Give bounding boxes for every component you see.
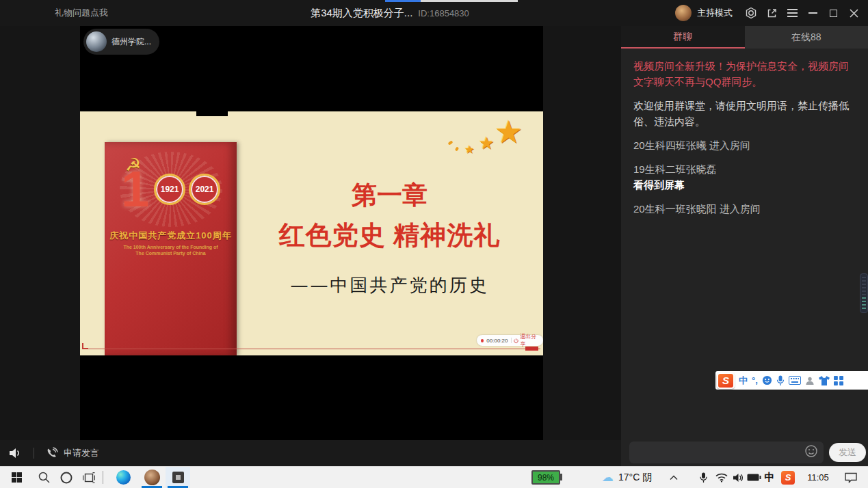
emoji-picker-icon[interactable] — [804, 444, 818, 461]
weather-temp: 17°C 阴 — [618, 472, 652, 484]
gold-confetti — [455, 146, 459, 151]
ime-skin-icon[interactable] — [819, 376, 830, 385]
chat-message-input[interactable] — [629, 442, 824, 463]
qq-avatar-icon — [144, 470, 160, 485]
request-speak-label: 申请发言 — [64, 447, 99, 459]
stage-area: 排麦 ☭ 1 1921 2021 庆祝中国共产党成立100周年 The 100t… — [0, 26, 621, 440]
divider — [34, 448, 34, 459]
share-region-corner-handle[interactable] — [82, 343, 88, 349]
slide-subtitle: ——中国共产党的历史 — [241, 273, 538, 297]
chat-input-row: 发送 — [621, 439, 868, 466]
menu-hamburger-icon[interactable] — [782, 0, 802, 26]
tray-microphone-icon[interactable] — [695, 467, 711, 488]
tray-ime-indicator[interactable]: 中 — [761, 467, 778, 488]
centenary-100-logo: ☭ 1 1921 2021 — [105, 160, 237, 219]
hammer-sickle-icon: ☭ — [125, 154, 141, 176]
room-id: ID:16854830 — [418, 8, 469, 18]
year-ring-2021: 2021 — [189, 174, 220, 205]
settings-gear-icon[interactable] — [741, 0, 761, 26]
cloud-icon: ☁ — [602, 470, 614, 485]
power-icon — [514, 338, 518, 344]
gold-confetti — [447, 140, 453, 145]
chat-user-name: 19生科二班张晓磊 — [633, 161, 856, 177]
slide-text-block: 第一章 红色党史 精神洗礼 ——中国共产党的历史 — [241, 178, 538, 297]
control-bar: 申请发言 — [0, 440, 621, 466]
titlebar-right-controls: 主持模式 — [675, 0, 864, 26]
taskbar-app-qq[interactable] — [140, 467, 164, 488]
sogou-logo-icon[interactable]: S — [717, 372, 735, 389]
battery-widget-badge[interactable]: 98% — [531, 470, 560, 485]
chat-tabs: 群聊 在线88 — [621, 26, 868, 49]
room-title: 第34期入党积极分子... — [311, 7, 412, 18]
presenter-name: 德州学院... — [111, 36, 151, 48]
scrollbar-stripes-gray — [862, 277, 866, 296]
host-avatar[interactable] — [675, 5, 692, 21]
slide-book-cover: ☭ 1 1921 2021 庆祝中国共产党成立100周年 The 100th A… — [105, 142, 237, 355]
minimize-button[interactable] — [802, 0, 823, 26]
title-bar: 礼物问题点我 第34期入党积极分子...ID:16854830 主持模式 — [0, 0, 868, 26]
ime-account-icon[interactable] — [805, 376, 815, 385]
recording-dot — [481, 339, 484, 342]
windows-logo-icon — [12, 472, 22, 483]
maximize-button[interactable] — [823, 0, 843, 26]
presentation-slide: ☭ 1 1921 2021 庆祝中国共产党成立100周年 The 100th A… — [80, 111, 543, 355]
tab-online-members[interactable]: 在线88 — [745, 26, 868, 49]
scrollbar-stripes-teal — [862, 297, 866, 310]
ime-keyboard-icon[interactable] — [789, 376, 801, 385]
slide-title: 红色党史 精神洗礼 — [241, 218, 538, 253]
chat-scrollbar-widget[interactable] — [860, 273, 868, 313]
battery-widget-tip — [560, 474, 562, 480]
taskbar-app-classroom[interactable] — [166, 467, 190, 488]
tray-chevron-icon[interactable] — [665, 467, 683, 488]
classroom-window-icon — [172, 472, 184, 483]
speaker-volume-button[interactable] — [8, 447, 23, 459]
ime-punctuation-icon[interactable]: °, — [752, 375, 758, 385]
chat-message-list: 视频房间全新升级！为保护信息安全，视频房间文字聊天不再与QQ群同步。 欢迎使用群… — [621, 49, 868, 217]
task-view-icon[interactable] — [78, 467, 100, 488]
share-region-handle[interactable] — [525, 347, 538, 351]
edge-browser-icon[interactable] — [109, 467, 137, 488]
shared-screen-video: 排麦 ☭ 1 1921 2021 庆祝中国共产党成立100周年 The 100t… — [80, 26, 543, 440]
chat-panel: 群聊 在线88 视频房间全新升级！为保护信息安全，视频房间文字聊天不再与QQ群同… — [621, 26, 868, 466]
room-title-wrap: 第34期入党积极分子...ID:16854830 — [0, 0, 780, 27]
badge-divider — [511, 338, 512, 343]
ime-voice-icon[interactable] — [776, 375, 785, 386]
presenter-badge[interactable]: 德州学院... — [83, 29, 159, 55]
taskbar-clock[interactable]: 11:05 — [799, 467, 837, 488]
gold-star-small: ★ — [464, 143, 474, 156]
ime-emoji-icon[interactable] — [762, 375, 772, 385]
screen-share-badge: 00:00:20 退出分享 — [477, 335, 543, 346]
ime-toolbox-icon[interactable] — [834, 376, 843, 385]
chat-event-message: 20生科四班张曦 进入房间 — [633, 137, 856, 153]
tab-group-chat[interactable]: 群聊 — [621, 26, 745, 49]
book-caption-en1: The 100th Anniversary of the Founding of — [105, 244, 237, 250]
chat-event-message: 20生科一班张晓阳 进入房间 — [633, 201, 856, 217]
taskbar-weather[interactable]: ☁ 17°C 阴 — [602, 467, 652, 488]
gold-star-medium: ★ — [479, 133, 494, 153]
book-caption-cn: 庆祝中国共产党成立100周年 — [105, 230, 237, 242]
action-center-icon[interactable] — [839, 467, 863, 488]
slide-top-notch — [196, 111, 228, 116]
popout-window-icon[interactable] — [761, 0, 782, 26]
taskbar-divider — [103, 471, 103, 484]
windows-taskbar: 98% ☁ 17°C 阴 中 S 11:05 — [0, 466, 868, 488]
start-button[interactable] — [0, 467, 33, 488]
year-ring-1921: 1921 — [154, 174, 185, 205]
chat-welcome-message: 欢迎使用群课堂，请使用文明用语，禁止传播低俗、违法内容。 — [633, 98, 856, 129]
ime-chinese-mode-icon[interactable]: 中 — [739, 375, 748, 387]
chat-system-announcement: 视频房间全新升级！为保护信息安全，视频房间文字聊天不再与QQ群同步。 — [633, 58, 856, 90]
close-button[interactable] — [843, 0, 864, 26]
presenter-avatar — [86, 31, 107, 52]
taskbar-search-icon[interactable] — [33, 467, 55, 488]
tray-sogou-icon[interactable]: S — [778, 467, 798, 488]
host-mode-label: 主持模式 — [697, 7, 733, 19]
chat-user-message: 19生科二班张晓磊 看得到屏幕 — [633, 161, 856, 193]
cortana-icon[interactable] — [56, 467, 77, 488]
speaker-icon — [8, 447, 23, 459]
send-button[interactable]: 发送 — [829, 443, 866, 462]
tray-wifi-icon[interactable] — [713, 467, 731, 488]
share-timer: 00:00:20 — [486, 338, 508, 344]
exit-share-button[interactable]: 退出分享 — [514, 333, 539, 348]
request-speak-button[interactable]: 申请发言 — [45, 447, 99, 460]
sogou-ime-toolbar: S 中 °, — [715, 371, 868, 390]
